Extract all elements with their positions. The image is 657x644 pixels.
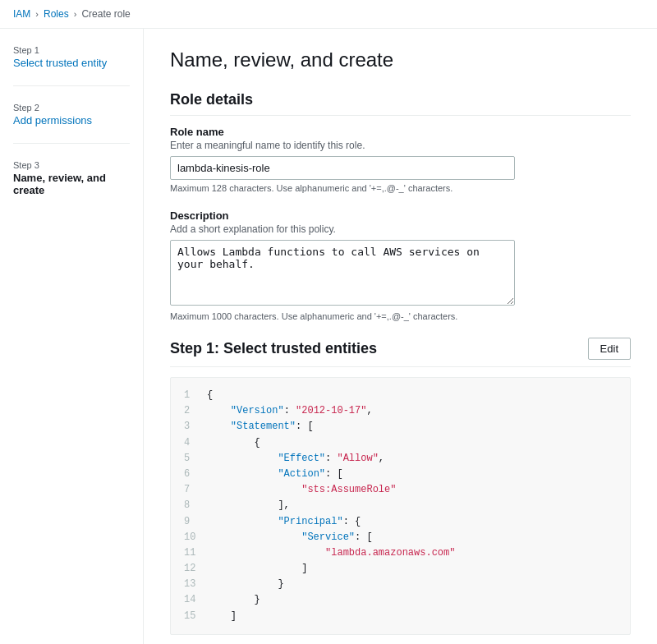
code-line-3: 3 "Statement": [ xyxy=(184,419,617,435)
sidebar-step-3-label: Step 3 xyxy=(13,160,130,170)
breadcrumb: IAM › Roles › Create role xyxy=(0,0,657,29)
role-name-constraint: Maximum 128 characters. Use alphanumeric… xyxy=(170,183,631,193)
description-group: Description Add a short explanation for … xyxy=(170,209,631,321)
step1-section: Step 1: Select trusted entities Edit 1 {… xyxy=(170,338,631,635)
sidebar-step-2-link[interactable]: Add permissions xyxy=(13,114,130,126)
code-line-9: 9 "Principal": { xyxy=(184,514,617,530)
sidebar-step-1-link[interactable]: Select trusted entity xyxy=(13,57,130,69)
role-details-section: Role details Role name Enter a meaningfu… xyxy=(170,91,631,321)
step1-title: Step 1: Select trusted entities xyxy=(170,340,377,357)
sidebar-step-3-title: Name, review, and create xyxy=(13,172,130,196)
description-constraint: Maximum 1000 characters. Use alphanumeri… xyxy=(170,311,631,321)
code-line-5: 5 "Effect": "Allow", xyxy=(184,451,617,467)
code-line-8: 8 ], xyxy=(184,498,617,513)
role-name-input[interactable] xyxy=(170,156,515,180)
code-line-11: 11 "lambda.amazonaws.com" xyxy=(184,545,617,561)
description-textarea[interactable]: Allows Lambda functions to call AWS serv… xyxy=(170,240,515,306)
sidebar-step-1: Step 1 Select trusted entity xyxy=(13,45,130,69)
sidebar-step-2-label: Step 2 xyxy=(13,103,130,113)
code-line-10: 10 "Service": [ xyxy=(184,530,617,545)
step1-edit-button[interactable]: Edit xyxy=(588,338,631,360)
breadcrumb-roles[interactable]: Roles xyxy=(44,8,69,20)
main-content: Name, review, and create Role details Ro… xyxy=(144,29,657,644)
role-name-hint: Enter a meaningful name to identify this… xyxy=(170,140,631,151)
page-title: Name, review, and create xyxy=(170,48,631,71)
code-line-7: 7 "sts:AssumeRole" xyxy=(184,482,617,498)
code-line-1: 1 { xyxy=(184,388,617,403)
code-line-4: 4 { xyxy=(184,435,617,451)
role-details-title: Role details xyxy=(170,91,631,116)
breadcrumb-iam[interactable]: IAM xyxy=(13,8,30,20)
code-line-13: 13 } xyxy=(184,577,617,592)
sidebar-step-3: Step 3 Name, review, and create xyxy=(13,160,130,196)
description-label: Description xyxy=(170,209,631,222)
code-line-6: 6 "Action": [ xyxy=(184,467,617,482)
code-line-2: 2 "Version": "2012-10-17", xyxy=(184,403,617,419)
code-line-14: 14 } xyxy=(184,592,617,608)
code-line-15: 15 ] xyxy=(184,609,617,624)
description-hint: Add a short explanation for this policy. xyxy=(170,223,631,235)
step1-header: Step 1: Select trusted entities Edit xyxy=(170,338,631,367)
step1-code-block: 1 { 2 "Version": "2012-10-17", 3 "Statem… xyxy=(170,377,631,635)
sidebar-step-1-label: Step 1 xyxy=(13,45,130,55)
sidebar-step-2: Step 2 Add permissions xyxy=(13,103,130,126)
role-name-label: Role name xyxy=(170,126,631,138)
code-line-12: 12 ] xyxy=(184,561,617,577)
breadcrumb-current: Create role xyxy=(81,8,130,20)
role-name-group: Role name Enter a meaningful name to ide… xyxy=(170,126,631,193)
sidebar: Step 1 Select trusted entity Step 2 Add … xyxy=(0,29,144,644)
